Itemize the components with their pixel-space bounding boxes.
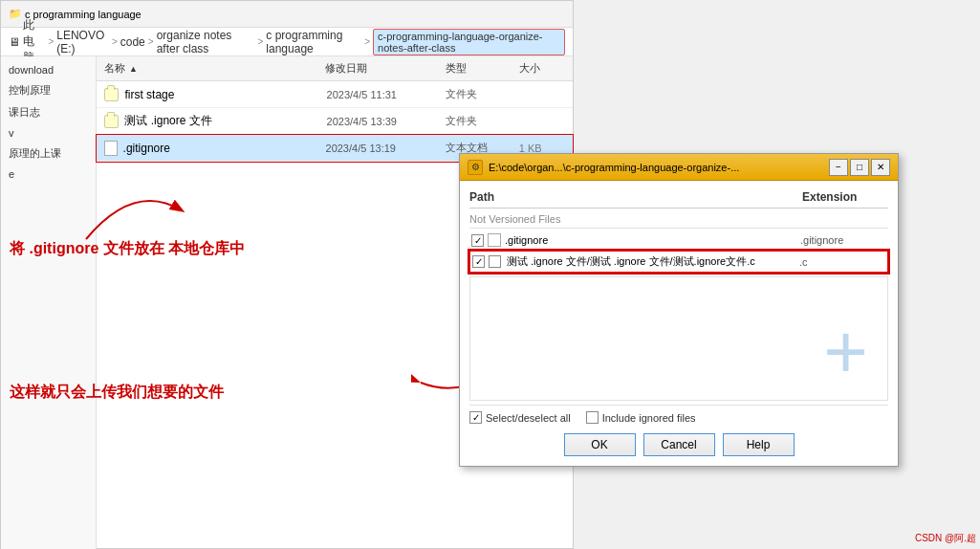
help-button[interactable]: Help	[723, 433, 795, 456]
dialog-window-controls[interactable]: − □ ✕	[829, 159, 890, 176]
folder-icon	[104, 115, 119, 128]
plus-icon: +	[823, 314, 868, 390]
file-name: .gitignore	[123, 142, 326, 155]
breadcrumb-drive[interactable]: LENOVO (E:)	[56, 29, 109, 55]
breadcrumb-current[interactable]: c-programming-language-organize-notes-af…	[373, 29, 565, 55]
sidebar-item-v[interactable]: v	[1, 123, 96, 143]
file-date: 2023/4/5 11:31	[327, 89, 446, 100]
dialog-titlebar: ⚙ E:\code\organ...\c-programming-languag…	[460, 154, 898, 181]
explorer-titlebar: 📁 c programming language	[1, 1, 573, 28]
section-label: Not Versioned Files	[469, 210, 888, 229]
checkbox-c-file-inner[interactable]	[489, 255, 501, 268]
select-all-option[interactable]: Select/deselect all	[469, 411, 571, 424]
close-button[interactable]: ✕	[871, 159, 890, 176]
dialog-table-header: Path Extension	[469, 190, 888, 209]
col-size-header[interactable]: 大小	[519, 61, 565, 76]
file-type: 文件夹	[446, 87, 519, 101]
watermark: CSDN @阿.超	[915, 532, 976, 545]
minimize-button[interactable]: −	[829, 159, 848, 176]
breadcrumb-code[interactable]: code	[120, 35, 145, 49]
sidebar: download 控制原理 课日志 v 原理的上课 e	[1, 56, 97, 549]
table-row[interactable]: first stage 2023/4/5 11:31 文件夹	[97, 81, 573, 108]
col-name-header[interactable]: 名称 ▲	[104, 61, 325, 76]
dialog-file-ext: .c	[799, 256, 885, 268]
col-date-header[interactable]: 修改日期	[325, 61, 445, 76]
checkbox-gitignore[interactable]	[471, 234, 484, 247]
col-type-header[interactable]: 类型	[446, 61, 519, 76]
sort-icon: ▲	[129, 64, 138, 74]
breadcrumb-c-lang[interactable]: c programming language	[266, 29, 361, 55]
include-ignored-checkbox[interactable]	[586, 411, 599, 424]
include-ignored-option[interactable]: Include ignored files	[586, 411, 696, 424]
dialog-blank-area: +	[469, 276, 888, 401]
dialog-body: Path Extension Not Versioned Files .giti…	[460, 181, 898, 466]
breadcrumb-organize[interactable]: organize notes after class	[157, 29, 255, 55]
file-name: 测试 .ignore 文件	[124, 113, 326, 129]
col-extension-header: Extension	[802, 190, 888, 204]
dialog-buttons: OK Cancel Help	[469, 431, 888, 456]
file-small-icon	[488, 233, 501, 247]
dialog-file-row[interactable]: .gitignore .gitignore	[469, 231, 888, 251]
dialog-app-icon: ⚙	[468, 160, 483, 175]
column-headers: 名称 ▲ 修改日期 类型 大小	[97, 56, 573, 81]
annotation-label-1: 将 .gitignore 文件放在 本地仓库中	[10, 239, 245, 259]
file-date: 2023/4/5 13:19	[326, 143, 446, 154]
dialog-footer: Select/deselect all Include ignored file…	[469, 405, 888, 431]
folder-icon	[104, 88, 119, 101]
file-type: 文件夹	[446, 114, 519, 128]
table-row[interactable]: 测试 .ignore 文件 2023/4/5 13:39 文件夹	[97, 108, 573, 135]
ok-button[interactable]: OK	[564, 433, 636, 456]
sidebar-item-control[interactable]: 控制原理	[1, 79, 96, 101]
select-all-checkbox[interactable]	[469, 411, 482, 424]
maximize-button[interactable]: □	[850, 159, 869, 176]
dialog-title: E:\code\organ...\c-programming-language-…	[489, 162, 823, 173]
file-name: first stage	[124, 88, 326, 101]
sidebar-item-e[interactable]: e	[1, 165, 96, 184]
col-path-header: Path	[469, 190, 802, 204]
annotation-label-2: 这样就只会上传我们想要的文件	[10, 383, 224, 403]
include-ignored-label: Include ignored files	[602, 412, 696, 424]
sidebar-item-diary[interactable]: 课日志	[1, 101, 96, 123]
sidebar-item-principle[interactable]: 原理的上课	[1, 143, 96, 165]
sidebar-item-download[interactable]: download	[1, 60, 96, 79]
commit-dialog: ⚙ E:\code\organ...\c-programming-languag…	[459, 153, 899, 467]
file-txt-icon	[104, 141, 118, 156]
dialog-file-name: 测试 .ignore 文件/测试 .ignore 文件/测试.ignore文件.…	[507, 254, 795, 269]
pc-icon: 🖥	[9, 35, 20, 49]
cancel-button[interactable]: Cancel	[643, 433, 715, 456]
checkbox-c-file-outer[interactable]	[472, 255, 485, 268]
file-size: 1 KB	[519, 143, 565, 154]
dialog-file-ext: .gitignore	[800, 234, 886, 246]
dialog-file-name: .gitignore	[505, 234, 796, 246]
breadcrumb[interactable]: 🖥 此电脑 > LENOVO (E:) > code > organize no…	[1, 28, 573, 56]
select-all-label: Select/deselect all	[486, 412, 571, 424]
dialog-file-row[interactable]: 测试 .ignore 文件/测试 .ignore 文件/测试.ignore文件.…	[469, 251, 888, 273]
file-date: 2023/4/5 13:39	[327, 116, 446, 127]
